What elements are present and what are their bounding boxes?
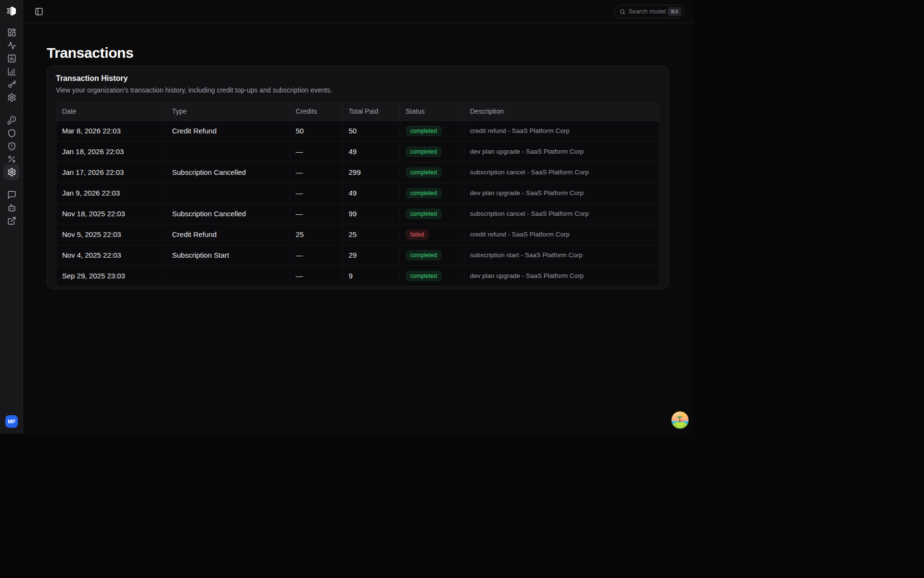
sidebar-item-limits[interactable]: [6, 140, 17, 152]
key-icon: [7, 80, 16, 89]
cell-date: Jan 18, 2026 22:03: [56, 141, 166, 162]
sidebar-item-settings[interactable]: [6, 92, 17, 103]
cell-type: Subscription Cancelled: [166, 203, 290, 224]
column-header-credits: Credits: [290, 102, 343, 120]
status-badge: completed: [406, 146, 442, 157]
sidebar-item-security[interactable]: [6, 127, 17, 139]
column-header-date: Date: [56, 102, 166, 120]
cell-credits: 50: [290, 120, 343, 141]
user-avatar[interactable]: MP: [5, 415, 18, 428]
gear-icon: [7, 93, 16, 102]
cell-date: Sep 29, 2025 23:03: [56, 265, 166, 286]
desktop-edge-strip: [0, 576, 924, 578]
search-box[interactable]: ⌘K: [614, 5, 684, 18]
cell-type: [166, 141, 290, 162]
page-title: Transactions: [47, 44, 669, 62]
table-header-row: Date Type Credits Total Paid Status Desc…: [56, 102, 659, 120]
cell-type: Subscription Start: [166, 245, 290, 265]
cell-credits: —: [290, 265, 343, 286]
sidebar-item-analytics[interactable]: [6, 66, 17, 77]
shield-alert-icon: [7, 142, 16, 151]
status-badge: completed: [406, 126, 442, 136]
table-row: Jan 17, 2026 22:03 Subscription Cancelle…: [56, 162, 659, 183]
cell-description: dev plan upgrade - SaaS Platform Corp: [464, 265, 659, 286]
sidebar-item-chat[interactable]: [6, 189, 17, 200]
topbar: ⌘K: [23, 0, 693, 23]
chart-column-icon: [7, 67, 16, 76]
cell-description: credit refund - SaaS Platform Corp: [464, 224, 659, 245]
cell-credits: —: [290, 162, 343, 183]
app-window: MP ⌘K Transactions Transaction History V…: [0, 0, 693, 434]
cell-total-paid: 25: [343, 224, 399, 245]
status-badge: completed: [406, 209, 442, 219]
percent-icon: [7, 155, 16, 164]
cell-total-paid: 99: [343, 203, 399, 224]
cell-type: [166, 183, 290, 203]
cell-description: dev plan upgrade - SaaS Platform Corp: [464, 141, 659, 162]
cell-type: Credit Refund: [166, 224, 290, 245]
status-badge: failed: [406, 229, 429, 240]
cell-date: Nov 18, 2025 22:03: [56, 203, 166, 224]
column-header-description: Description: [464, 102, 659, 120]
column-header-type: Type: [166, 102, 290, 120]
table-row: Sep 29, 2025 23:03 — 9 completed dev pla…: [56, 265, 659, 286]
cell-description: credit refund - SaaS Platform Corp: [464, 120, 659, 141]
sidebar-toggle-button[interactable]: [33, 6, 45, 17]
transaction-history-card: Transaction History View your organizati…: [47, 66, 669, 289]
status-badge: completed: [406, 188, 442, 198]
cell-credits: —: [290, 203, 343, 224]
cell-status: completed: [399, 141, 464, 162]
activity-icon: [7, 41, 16, 50]
cell-description: subscription cancel - SaaS Platform Corp: [464, 162, 659, 183]
sidebar-item-keys[interactable]: [6, 114, 17, 126]
island-widget-button[interactable]: [671, 411, 689, 429]
sidebar-item-billing-active[interactable]: [3, 164, 20, 180]
cell-date: Nov 4, 2025 22:03: [56, 245, 166, 265]
key-round-icon: [7, 116, 16, 125]
cell-status: completed: [399, 183, 464, 203]
cell-date: Jan 9, 2026 22:03: [56, 183, 166, 203]
cell-type: Subscription Cancelled: [166, 162, 290, 183]
table-row: Mar 8, 2026 22:03 Credit Refund 50 50 co…: [56, 120, 659, 141]
sidebar-item-bot[interactable]: [6, 202, 17, 213]
transactions-table: Date Type Credits Total Paid Status Desc…: [56, 102, 660, 287]
card-subtitle: View your organization's transaction his…: [56, 86, 660, 94]
card-title: Transaction History: [56, 74, 660, 83]
sidebar-item-dashboard[interactable]: [6, 26, 17, 38]
search-input[interactable]: [626, 8, 667, 15]
table-row: Jan 18, 2026 22:03 — 49 completed dev pl…: [56, 141, 659, 162]
status-badge: completed: [406, 250, 442, 261]
cell-description: dev plan upgrade - SaaS Platform Corp: [464, 183, 659, 203]
shield-icon: [7, 129, 16, 138]
cell-total-paid: 9: [343, 265, 399, 286]
main-content: Transactions Transaction History View yo…: [23, 23, 693, 434]
cell-date: Nov 5, 2025 22:03: [56, 224, 166, 245]
cell-credits: 25: [290, 224, 343, 245]
message-square-icon: [7, 190, 16, 199]
cell-description: subscription start - SaaS Platform Corp: [464, 245, 659, 265]
cell-total-paid: 299: [343, 162, 399, 183]
cell-date: Jan 17, 2026 22:03: [56, 162, 166, 183]
layout-dashboard-icon: [7, 28, 16, 37]
cell-total-paid: 29: [343, 245, 399, 265]
cell-type: Credit Refund: [166, 120, 290, 141]
column-header-total-paid: Total Paid: [343, 102, 399, 120]
cell-status: failed: [399, 224, 464, 245]
app-logo[interactable]: [5, 5, 18, 17]
external-link-icon: [7, 216, 16, 225]
cell-total-paid: 50: [343, 120, 399, 141]
sidebar-item-rates[interactable]: [6, 153, 17, 165]
table-row: Nov 18, 2025 22:03 Subscription Cancelle…: [56, 203, 659, 224]
cell-credits: —: [290, 183, 343, 203]
cell-credits: —: [290, 245, 343, 265]
sidebar-item-usage[interactable]: [6, 53, 17, 64]
sidebar-item-api-keys[interactable]: [6, 79, 17, 90]
cell-date: Mar 8, 2026 22:03: [56, 120, 166, 141]
desert-island-icon: [671, 411, 689, 429]
sidebar-item-activity[interactable]: [6, 39, 17, 51]
search-shortcut-kbd: ⌘K: [667, 7, 681, 16]
cell-total-paid: 49: [343, 141, 399, 162]
cell-status: completed: [399, 265, 464, 286]
column-header-status: Status: [399, 102, 464, 120]
sidebar-item-external[interactable]: [6, 215, 17, 226]
